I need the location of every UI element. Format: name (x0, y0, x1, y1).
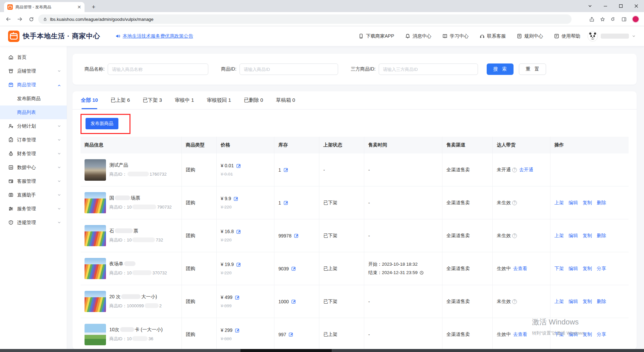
action-link[interactable]: 删除 (597, 233, 606, 239)
sidebar-subitem-publish-product[interactable]: 发布新商品 (0, 92, 67, 105)
status-tab-0[interactable]: 全部 10 (81, 91, 98, 109)
sidebar-subitem-product-list[interactable]: 商品列表 (0, 105, 67, 119)
product-type-cell: 团购 (182, 219, 217, 252)
sidebar-item-order-management[interactable]: 订单管理 (0, 133, 67, 147)
status-tab-2[interactable]: 已下架 3 (143, 91, 162, 109)
original-price: ¥ 899 (221, 303, 232, 308)
status-tab-4[interactable]: 审核驳回 1 (207, 91, 231, 109)
sidebar-item-shop-management[interactable]: 店铺管理 (0, 64, 67, 78)
action-link[interactable]: 编辑 (569, 299, 578, 305)
sidebar-item-data-center[interactable]: 数据中心 (0, 161, 67, 174)
price-edit-icon[interactable] (236, 163, 241, 168)
tab-close-icon[interactable]: ✕ (77, 5, 81, 9)
action-link[interactable]: 复制 (583, 200, 592, 206)
action-link[interactable]: 编辑 (569, 200, 578, 206)
horizontal-scrollbar[interactable] (0, 349, 644, 352)
bookmark-star-icon[interactable] (600, 16, 605, 22)
sidebar-item-goods-management[interactable]: 商品管理 (0, 78, 67, 92)
header-nav-rules-center[interactable]: 规则中心 (517, 33, 543, 39)
window-maximize-button[interactable] (613, 0, 629, 12)
action-link[interactable]: 上架 (554, 299, 564, 305)
sidebar-item-distribution-plan[interactable]: 分销计划 (0, 119, 67, 133)
user-menu[interactable] (587, 31, 636, 42)
stock-edit-icon[interactable] (291, 266, 296, 271)
status-tab-1[interactable]: 已上架 6 (111, 91, 130, 109)
header-nav-help[interactable]: 使用帮助 (554, 33, 580, 39)
status-tab-5[interactable]: 已删除 0 (244, 91, 263, 109)
header-nav-contact-support[interactable]: 联系客服 (479, 33, 506, 39)
action-link[interactable]: 上架 (554, 233, 564, 239)
question-circle-icon[interactable]: ? (512, 201, 517, 205)
product-id-input[interactable] (239, 63, 338, 75)
price-edit-icon[interactable] (235, 328, 240, 333)
stock-edit-icon[interactable] (283, 167, 288, 172)
sidebar-item-violation-management[interactable]: 违规管理 (0, 216, 67, 229)
sidebar-item-home[interactable]: 首页 (0, 50, 67, 64)
action-link[interactable]: 下架 (554, 266, 564, 272)
question-circle-icon[interactable]: ? (512, 233, 517, 238)
sidebar-item-customer-service[interactable]: 客服管理 (0, 174, 67, 188)
header-nav-message-center[interactable]: 消息中心 (405, 33, 431, 39)
stock-cell: 9039 (274, 252, 319, 285)
extensions-icon[interactable] (610, 16, 616, 22)
browser-forward-icon[interactable] (16, 15, 23, 23)
action-link[interactable]: 复制 (583, 266, 592, 272)
daren-action-link[interactable]: 去查看 (513, 266, 527, 272)
browser-back-icon[interactable] (5, 15, 12, 23)
product-info-cell: 20 次大一小)商品ID：10000992 (80, 285, 182, 318)
action-link[interactable]: 删除 (597, 299, 606, 305)
daren-action-link[interactable]: 去开通 (519, 167, 533, 173)
browser-reload-icon[interactable] (28, 15, 35, 23)
side-panel-icon[interactable] (621, 16, 627, 22)
action-link[interactable]: 编辑 (569, 332, 578, 338)
action-link[interactable]: 复制 (583, 332, 592, 338)
browser-profile-avatar[interactable] (632, 15, 639, 23)
chevron-down-icon (57, 220, 61, 225)
price-edit-icon[interactable] (235, 295, 240, 300)
window-close-button[interactable] (629, 0, 644, 12)
share-icon[interactable] (589, 16, 595, 22)
sidebar-item-finance-management[interactable]: 财务管理 (0, 147, 67, 161)
action-link[interactable]: 分享 (597, 266, 606, 272)
daren-action-link[interactable]: 去查看 (513, 332, 527, 338)
new-tab-button[interactable]: + (89, 3, 98, 11)
action-link[interactable]: 复制 (583, 233, 592, 239)
action-link[interactable]: 下架 (554, 332, 564, 338)
tab-search-chevron-icon[interactable] (582, 0, 598, 12)
price-edit-icon[interactable] (236, 262, 241, 267)
status-tab-6[interactable]: 草稿箱 0 (276, 91, 295, 109)
url-bar[interactable]: lbs.kuaishou.com/league/admin/goods/vulp… (38, 14, 572, 24)
stock-edit-icon[interactable] (288, 332, 293, 337)
price-edit-icon[interactable] (233, 196, 238, 201)
question-circle-icon[interactable]: ? (512, 168, 517, 172)
action-link[interactable]: 删除 (597, 200, 606, 206)
price-edit-icon[interactable] (236, 229, 241, 234)
question-circle-icon[interactable]: ? (512, 299, 517, 304)
stock-edit-icon[interactable] (291, 299, 296, 304)
scrollbar-thumb[interactable] (240, 349, 332, 352)
window-minimize-button[interactable] (598, 0, 613, 12)
stock-edit-icon[interactable] (294, 233, 299, 238)
header-nav-download-app[interactable]: 下载商家APP (358, 33, 394, 39)
sidebar-item-live-assistant[interactable]: 直播助手 (0, 188, 67, 202)
product-name-input[interactable] (108, 63, 208, 75)
browser-tab[interactable]: 商品管理 - 发布商品 ✕ (4, 2, 85, 12)
action-link[interactable]: 分享 (597, 332, 606, 338)
header-nav-learning-center[interactable]: 学习中心 (442, 33, 469, 39)
stock-edit-icon[interactable] (283, 200, 288, 205)
product-type-cell: 团购 (182, 285, 217, 318)
publish-new-product-button[interactable]: 发布新商品 (86, 118, 118, 129)
status-tab-3[interactable]: 审核中 1 (175, 91, 194, 109)
action-link[interactable]: 复制 (583, 299, 592, 305)
action-link[interactable]: 编辑 (569, 266, 578, 272)
app-header: 快手本地生活 · 商家中心 本地生活技术服务费优惠政策公告 下载商家APP消息中… (0, 26, 644, 46)
announcement-link[interactable]: 本地生活技术服务费优惠政策公告 (123, 33, 193, 39)
action-link[interactable]: 上架 (554, 200, 564, 206)
search-button[interactable]: 搜 索 (487, 63, 514, 75)
sidebar-item-service-management[interactable]: 服务管理 (0, 202, 67, 216)
chevron-up-icon (57, 82, 61, 88)
third-party-id-input[interactable] (379, 63, 478, 75)
blurred-text (127, 172, 149, 176)
action-link[interactable]: 编辑 (569, 233, 578, 239)
reset-button[interactable]: 重 置 (519, 63, 546, 75)
